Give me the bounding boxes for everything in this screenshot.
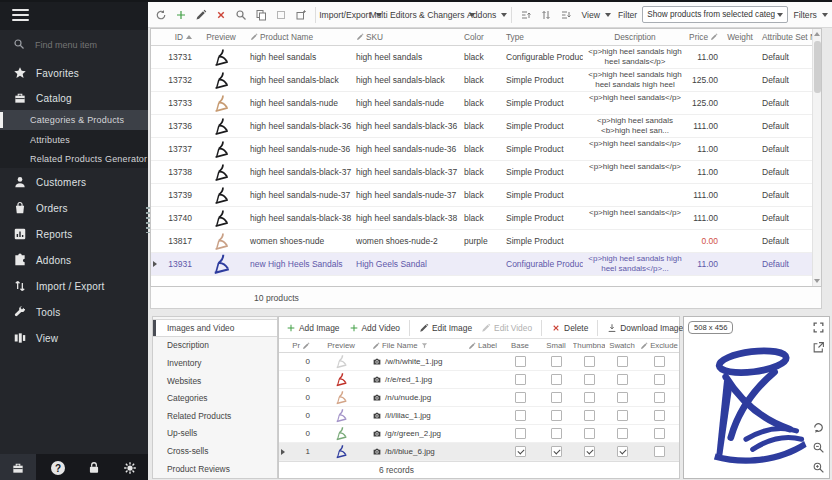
column-header-preview[interactable]: Preview bbox=[313, 339, 369, 352]
sidebar-item-customers[interactable]: Customers bbox=[0, 170, 148, 194]
column-header-product-name[interactable]: Product Name bbox=[247, 29, 353, 45]
image-row[interactable]: 0 /n/u/nude.jpg bbox=[279, 389, 679, 407]
thumbnail-checkbox[interactable] bbox=[584, 446, 595, 457]
thumbnail-checkbox[interactable] bbox=[584, 428, 595, 439]
paste-button[interactable] bbox=[272, 5, 290, 25]
base-checkbox[interactable] bbox=[515, 356, 526, 367]
thumbnail-checkbox[interactable] bbox=[584, 392, 595, 403]
image-row[interactable]: 0 /g/r/green_2.jpg bbox=[279, 425, 679, 443]
exclude-checkbox[interactable] bbox=[654, 392, 665, 403]
zoom-out-button[interactable] bbox=[812, 441, 825, 454]
tab-websites[interactable]: Websites bbox=[153, 372, 277, 390]
table-row[interactable]: 13740 high heel sandals-black-38high hee… bbox=[151, 207, 821, 230]
column-header-pr[interactable]: Pr bbox=[287, 339, 313, 352]
column-header-id[interactable]: ID bbox=[159, 29, 195, 45]
exclude-checkbox[interactable] bbox=[654, 428, 665, 439]
edit-video-button[interactable]: Edit Video bbox=[478, 319, 535, 337]
store-button[interactable] bbox=[0, 454, 36, 480]
column-header-small[interactable]: Small bbox=[539, 339, 573, 352]
sidebar-item-related-products-generator[interactable]: Related Products Generator bbox=[0, 149, 148, 168]
exclude-checkbox[interactable] bbox=[654, 410, 665, 421]
column-header-file-name[interactable]: File Name bbox=[369, 339, 465, 352]
swatch-checkbox[interactable] bbox=[617, 446, 628, 457]
column-header-attribute-set[interactable]: Attribute Set Name bbox=[759, 29, 814, 45]
edit-image-button[interactable]: Edit Image bbox=[416, 319, 475, 337]
column-header-label[interactable]: Label bbox=[465, 339, 501, 352]
small-checkbox[interactable] bbox=[551, 446, 562, 457]
image-row[interactable]: 0 /w/h/white_1.jpg bbox=[279, 353, 679, 371]
multi-editors-menu[interactable]: Multi Editors & Changers bbox=[379, 5, 463, 25]
download-image-button[interactable]: Download Image bbox=[604, 319, 686, 337]
column-header-preview[interactable]: Preview bbox=[195, 29, 247, 45]
column-header-color[interactable]: Color bbox=[461, 29, 503, 45]
swatch-checkbox[interactable] bbox=[617, 392, 628, 403]
image-row[interactable]: 0 /r/e/red_1.jpg bbox=[279, 371, 679, 389]
thumbnail-checkbox[interactable] bbox=[584, 356, 595, 367]
base-checkbox[interactable] bbox=[515, 392, 526, 403]
sidebar-item-catalog[interactable]: Catalog bbox=[0, 86, 148, 110]
hamburger-menu-icon[interactable] bbox=[12, 9, 29, 23]
add-image-button[interactable]: Add Image bbox=[283, 319, 343, 337]
delete-product-button[interactable] bbox=[212, 5, 230, 25]
search-button[interactable] bbox=[232, 5, 250, 25]
sidebar-item-import-export[interactable]: Import / Export bbox=[0, 274, 148, 298]
exclude-checkbox[interactable] bbox=[654, 356, 665, 367]
base-checkbox[interactable] bbox=[515, 446, 526, 457]
sidebar-item-reports[interactable]: Reports bbox=[0, 222, 148, 246]
sidebar-item-view[interactable]: View bbox=[0, 326, 148, 350]
swatch-checkbox[interactable] bbox=[617, 374, 628, 385]
rotate-button[interactable] bbox=[812, 421, 825, 434]
column-header-exclude[interactable]: Exclude bbox=[639, 339, 679, 352]
tab-categories[interactable]: Categories bbox=[153, 389, 277, 407]
table-row[interactable]: 13737 high heel sandals-nude-36high heel… bbox=[151, 138, 821, 161]
vertical-scrollbar[interactable] bbox=[812, 29, 821, 286]
table-row-selected[interactable]: 13931 new High Heels SandalsHigh Geels S… bbox=[151, 253, 821, 276]
addons-menu[interactable]: Addons bbox=[465, 5, 507, 25]
add-video-button[interactable]: Add Video bbox=[346, 319, 404, 337]
table-row[interactable]: 13733 high heel sandals-nudehigh heel sa… bbox=[151, 92, 821, 115]
small-checkbox[interactable] bbox=[551, 356, 562, 367]
settings-button[interactable] bbox=[112, 454, 148, 480]
column-header-description[interactable]: Description bbox=[583, 29, 687, 45]
image-row[interactable]: 0 /l/i/lilac_1.jpg bbox=[279, 407, 679, 425]
tab-up-sells[interactable]: Up-sells bbox=[153, 425, 277, 443]
lock-button[interactable] bbox=[76, 454, 112, 480]
filters-menu[interactable]: Filters bbox=[790, 5, 828, 25]
scrollbar-thumb[interactable] bbox=[814, 41, 821, 93]
table-row[interactable]: 13736 high heel sandals-black-36high hee… bbox=[151, 115, 821, 138]
thumbnail-checkbox[interactable] bbox=[584, 374, 595, 385]
tab-images-and-video[interactable]: Images and Video bbox=[153, 319, 277, 337]
small-checkbox[interactable] bbox=[551, 392, 562, 403]
exclude-checkbox[interactable] bbox=[654, 446, 665, 457]
column-header-sku[interactable]: SKU bbox=[353, 29, 461, 45]
help-button[interactable]: ? bbox=[40, 454, 76, 480]
collapse-tree-button[interactable] bbox=[517, 5, 535, 25]
expand-collapse-button[interactable] bbox=[537, 5, 555, 25]
column-header-base[interactable]: Base bbox=[501, 339, 539, 352]
tab-inventory[interactable]: Inventory bbox=[153, 354, 277, 372]
sidebar-item-addons[interactable]: Addons bbox=[0, 248, 148, 272]
swatch-checkbox[interactable] bbox=[617, 356, 628, 367]
category-filter-select[interactable]: Show products from selected categories bbox=[642, 6, 788, 23]
view-menu[interactable]: View bbox=[577, 5, 612, 25]
fullscreen-button[interactable] bbox=[812, 321, 825, 334]
tab-related-products[interactable]: Related Products bbox=[153, 407, 277, 425]
duplicate-button[interactable] bbox=[292, 5, 310, 25]
copy-button[interactable] bbox=[252, 5, 270, 25]
base-checkbox[interactable] bbox=[515, 374, 526, 385]
small-checkbox[interactable] bbox=[551, 428, 562, 439]
table-row[interactable]: 13731 high heel sandalshigh heel sandals… bbox=[151, 46, 821, 69]
add-product-button[interactable] bbox=[172, 5, 190, 25]
image-row-selected[interactable]: 1 /b/l/blue_6.jpg bbox=[279, 443, 679, 461]
swatch-checkbox[interactable] bbox=[617, 428, 628, 439]
column-header-type[interactable]: Type bbox=[503, 29, 583, 45]
open-external-button[interactable] bbox=[812, 341, 825, 354]
menu-search-input[interactable] bbox=[33, 35, 138, 55]
column-header-price[interactable]: Price bbox=[687, 29, 721, 45]
column-header-swatch[interactable]: Swatch bbox=[605, 339, 639, 352]
small-checkbox[interactable] bbox=[551, 374, 562, 385]
expand-tree-button[interactable] bbox=[557, 5, 575, 25]
table-row[interactable]: 13817 women shoes-nudewomen shoes-nude-2… bbox=[151, 230, 821, 253]
table-row[interactable]: 13739 high heel sandals-nude-37high heel… bbox=[151, 184, 821, 207]
exclude-checkbox[interactable] bbox=[654, 374, 665, 385]
